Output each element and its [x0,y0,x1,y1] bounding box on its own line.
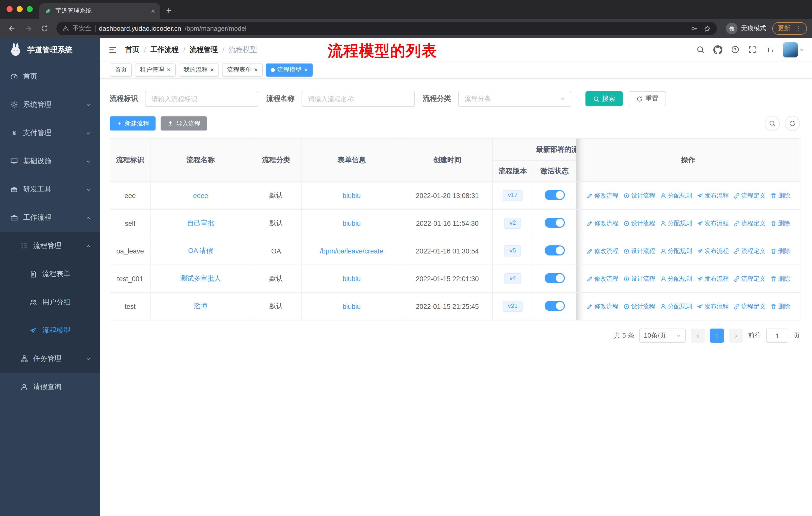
next-page-button[interactable]: › [729,329,743,343]
active-toggle[interactable] [545,273,564,283]
publish-process-button[interactable]: 发布流程 [696,191,729,200]
help-icon[interactable] [731,45,740,54]
back-button[interactable] [5,21,19,35]
process-name-link[interactable]: 测试多审批人 [180,275,221,282]
delete-button[interactable]: 删除 [770,191,790,200]
process-name-link[interactable]: OA 请假 [188,247,213,254]
tag-close-icon[interactable]: × [210,66,214,73]
window-zoom-button[interactable] [27,6,33,12]
delete-button[interactable]: 删除 [770,219,790,227]
publish-process-button[interactable]: 发布流程 [696,274,729,283]
fullscreen-icon[interactable] [748,45,757,54]
filter-input[interactable] [301,91,415,107]
form-info-link[interactable]: biubiu [343,303,361,310]
form-info-link[interactable]: biubiu [343,275,361,282]
assign-rule-button[interactable]: 分配规则 [660,274,692,283]
tag-close-icon[interactable]: × [304,66,308,73]
design-process-button[interactable]: 设计流程 [623,302,655,311]
url-bar[interactable]: 不安全 dashboard.yudao.iocoder.cn/bpm/manag… [56,22,717,35]
sidebar-item-process-form[interactable]: 流程表单 [0,260,100,288]
new-tab-button[interactable]: + [160,3,177,19]
modify-process-button[interactable]: 修改流程 [586,302,618,311]
assign-rule-button[interactable]: 分配规则 [660,191,692,200]
design-process-button[interactable]: 设计流程 [623,219,655,227]
import-process-button[interactable]: 导入流程 [161,116,207,131]
page-number-current[interactable]: 1 [710,329,724,343]
sidebar-item-task-management[interactable]: 任务管理 [0,345,100,373]
modify-process-button[interactable]: 修改流程 [586,219,618,227]
reload-button[interactable] [37,21,51,35]
search-button[interactable]: 搜索 [585,91,623,106]
modify-process-button[interactable]: 修改流程 [586,191,618,200]
browser-menu-icon[interactable]: ⋮ [795,25,802,32]
form-info-link[interactable]: /bpm/oa/leave/create [320,247,383,255]
sidebar-item-dev-tools[interactable]: 研发工具 [0,175,100,203]
refresh-table-button[interactable] [785,116,800,131]
view-tag[interactable]: 我的流程 × [178,63,219,76]
modify-process-button[interactable]: 修改流程 [586,274,618,283]
design-process-button[interactable]: 设计流程 [623,247,655,255]
process-definition-button[interactable]: 流程定义 [733,219,765,227]
chrome-update-button[interactable]: 更新 ⋮ [772,22,807,35]
window-close-button[interactable] [6,6,12,12]
active-toggle[interactable] [545,217,564,227]
password-key-icon[interactable] [691,25,698,32]
view-tag[interactable]: 首页 [110,63,132,76]
tag-close-icon[interactable]: × [167,66,170,73]
view-tag[interactable]: 租户管理 × [135,63,175,76]
active-toggle[interactable] [545,301,564,311]
sidebar-item-payment-management[interactable]: 支付管理 [0,119,100,147]
form-info-link[interactable]: biubiu [343,192,361,199]
sidebar-item-infrastructure[interactable]: 基础设施 [0,147,100,175]
view-tag[interactable]: 流程表单 × [222,63,263,76]
process-definition-button[interactable]: 流程定义 [733,191,765,200]
modify-process-button[interactable]: 修改流程 [586,247,618,255]
sidebar-item-system-management[interactable]: 系统管理 [0,91,100,119]
breadcrumb-item[interactable]: 流程管理 [190,45,218,54]
bookmark-star-icon[interactable] [704,25,711,32]
filter-select[interactable]: 流程分类 [458,91,571,107]
forward-button[interactable] [21,21,35,35]
assign-rule-button[interactable]: 分配规则 [660,219,692,227]
github-icon[interactable] [713,45,722,54]
toggle-search-button[interactable] [765,116,780,131]
active-toggle[interactable] [545,245,564,255]
process-name-link[interactable]: 自己审批 [187,219,214,227]
publish-process-button[interactable]: 发布流程 [696,247,729,255]
design-process-button[interactable]: 设计流程 [623,274,655,283]
hamburger-icon[interactable] [108,45,118,55]
process-definition-button[interactable]: 流程定义 [733,274,765,283]
publish-process-button[interactable]: 发布流程 [696,219,729,227]
goto-page-input[interactable] [766,329,788,343]
sidebar-item-process-management[interactable]: 流程管理 [0,232,100,260]
window-minimize-button[interactable] [17,6,23,12]
filter-input[interactable] [145,91,258,107]
process-name-link[interactable]: 滔博 [194,302,207,310]
reset-button[interactable]: 重置 [629,91,666,106]
process-definition-button[interactable]: 流程定义 [733,247,765,255]
view-tag[interactable]: 流程模型 × [266,63,313,76]
assign-rule-button[interactable]: 分配规则 [660,247,692,255]
sidebar-item-home[interactable]: 首页 [0,62,100,91]
form-info-link[interactable]: biubiu [343,219,361,227]
delete-button[interactable]: 删除 [770,247,790,255]
design-process-button[interactable]: 设计流程 [623,191,655,200]
assign-rule-button[interactable]: 分配规则 [660,302,692,311]
breadcrumb-item[interactable]: 首页 [125,45,140,54]
search-icon[interactable] [696,45,705,54]
publish-process-button[interactable]: 发布流程 [696,302,729,311]
sidebar-item-user-group[interactable]: 用户分组 [0,288,100,317]
page-size-select[interactable]: 10条/页 [639,329,686,343]
create-process-button[interactable]: ＋ 新建流程 [110,116,155,131]
sidebar-item-leave-query[interactable]: 请假查询 [0,373,100,401]
delete-button[interactable]: 删除 [770,274,790,283]
breadcrumb-item[interactable]: 工作流程 [150,45,179,54]
tab-close-icon[interactable]: × [151,7,155,15]
tag-close-icon[interactable]: × [254,66,258,73]
prev-page-button[interactable]: ‹ [691,329,705,343]
delete-button[interactable]: 删除 [770,302,790,311]
font-size-icon[interactable] [765,45,774,54]
process-name-link[interactable]: eeee [193,192,208,199]
browser-tab[interactable]: 芋道管理系统 × [39,3,160,19]
sidebar-item-workflow[interactable]: 工作流程 [0,203,100,232]
